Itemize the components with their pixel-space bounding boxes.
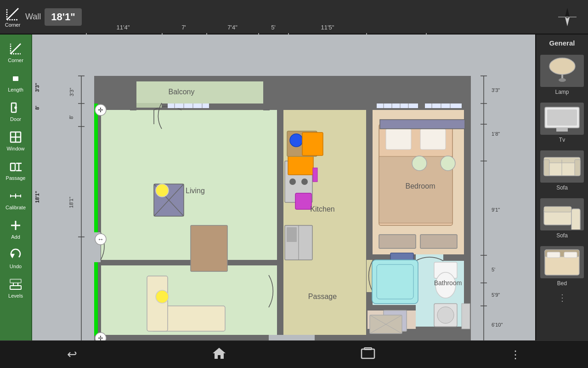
home-button[interactable] xyxy=(203,343,236,366)
svg-point-97 xyxy=(301,178,308,185)
svg-rect-70 xyxy=(416,254,443,261)
svg-rect-106 xyxy=(295,193,311,209)
top-bar: Corner Wall 18'1" 11'4" 7' 7'4" 5' 11'5" xyxy=(0,0,588,34)
back-button[interactable]: ↩ xyxy=(58,344,86,365)
compass-icon xyxy=(556,6,579,29)
sidebar-item-add[interactable]: Add xyxy=(1,215,31,243)
svg-rect-46 xyxy=(101,104,278,336)
svg-point-180 xyxy=(549,58,575,75)
corner-tool[interactable]: Corner xyxy=(5,6,21,28)
furniture-item-lamp[interactable]: Lamp xyxy=(538,53,586,97)
svg-point-92 xyxy=(156,290,169,303)
kitchen-label: Kitchen xyxy=(310,205,334,213)
svg-rect-184 xyxy=(547,109,577,126)
svg-rect-196 xyxy=(547,252,560,258)
balcony-label: Balcony xyxy=(169,88,195,96)
floor-plan-svg[interactable]: Balcony Living Kitchen Bedroom Bathroom … xyxy=(48,51,517,340)
levels-tool-label: Levels xyxy=(8,293,23,299)
right-sidebar: General Lamp Tv xyxy=(535,34,588,340)
wall-label: Wall xyxy=(25,12,41,22)
svg-line-19 xyxy=(11,44,21,54)
svg-rect-71 xyxy=(168,104,209,108)
more-button[interactable]: ⋮ xyxy=(501,345,530,365)
svg-rect-109 xyxy=(420,129,446,150)
svg-rect-65 xyxy=(94,104,98,336)
svg-rect-22 xyxy=(12,76,19,81)
svg-rect-41 xyxy=(10,279,21,283)
more-furniture-indicator: ⋮ xyxy=(558,292,567,303)
svg-rect-53 xyxy=(366,104,373,336)
svg-text:9'1": 9'1" xyxy=(492,207,500,213)
svg-rect-197 xyxy=(564,252,577,258)
sidebar-item-passage[interactable]: Passage xyxy=(1,156,31,184)
svg-text:1'8": 1'8" xyxy=(492,131,500,137)
sofa2-label: Sofa xyxy=(556,232,568,239)
svg-rect-52 xyxy=(277,104,283,336)
svg-rect-102 xyxy=(287,227,297,242)
furniture-item-bed[interactable]: Bed xyxy=(538,244,586,288)
svg-rect-67 xyxy=(136,103,162,108)
tv-label: Tv xyxy=(559,137,565,143)
furniture-item-tv[interactable]: Tv xyxy=(538,101,586,145)
passage-tool-label: Passage xyxy=(6,175,26,181)
svg-point-96 xyxy=(289,178,296,185)
add-tool-label: Add xyxy=(11,234,20,240)
sidebar-item-length[interactable]: Length xyxy=(1,68,31,96)
svg-rect-86 xyxy=(147,276,168,331)
corner-handle-bl: ✛ xyxy=(95,333,106,340)
bathroom-label: Bathroom xyxy=(434,279,462,287)
svg-rect-114 xyxy=(379,235,416,248)
sidebar-item-levels[interactable]: Levels xyxy=(1,274,31,302)
sidebar-item-undo[interactable]: Undo xyxy=(1,244,31,273)
sidebar-item-window[interactable]: Window xyxy=(1,126,31,155)
svg-text:6'10": 6'10" xyxy=(492,322,503,328)
corner-label: Corner xyxy=(5,22,21,28)
svg-marker-16 xyxy=(565,8,570,17)
svg-line-0 xyxy=(7,8,18,20)
sidebar-item-door[interactable]: Door xyxy=(1,97,31,126)
svg-rect-40 xyxy=(10,286,21,289)
corner-handle-mid: ↔ xyxy=(95,234,106,245)
svg-rect-29 xyxy=(11,163,15,171)
svg-rect-188 xyxy=(544,160,549,176)
window-tool-label: Window xyxy=(6,146,24,151)
wall-value: 18'1" xyxy=(45,8,81,26)
svg-text:7'4": 7'4" xyxy=(227,24,237,31)
svg-text:11'5": 11'5" xyxy=(321,24,334,31)
passage-label: Passage xyxy=(308,293,337,300)
canvas-area[interactable]: 3'3" 8' 18'1" 3'3" 1'8" 9'1" 5' 5'9" 6'1… xyxy=(32,34,535,340)
main-area: Corner Length Door Window xyxy=(0,34,588,340)
svg-text:3'3": 3'3" xyxy=(69,88,74,96)
svg-rect-76 xyxy=(377,104,418,108)
svg-text:8': 8' xyxy=(68,115,74,119)
svg-text:3'3": 3'3" xyxy=(492,87,500,93)
svg-point-104 xyxy=(290,134,303,147)
calibrate-tool-label: Calibrate xyxy=(6,205,26,210)
svg-rect-59 xyxy=(130,76,266,81)
svg-rect-189 xyxy=(575,160,580,176)
door-tool-label: Door xyxy=(10,116,21,122)
sidebar-item-corner[interactable]: Corner xyxy=(1,38,31,67)
recent-button[interactable] xyxy=(351,343,384,366)
bedroom-label: Bedroom xyxy=(406,182,435,190)
svg-rect-63 xyxy=(464,76,471,340)
dim-left-8: 8' xyxy=(34,106,40,110)
svg-text:↔: ↔ xyxy=(97,236,104,243)
bed-label: Bed xyxy=(557,280,567,287)
svg-rect-126 xyxy=(462,304,470,329)
svg-rect-105 xyxy=(302,132,323,155)
svg-text:✛: ✛ xyxy=(98,106,103,114)
svg-point-122 xyxy=(437,307,454,323)
svg-text:11'4": 11'4" xyxy=(116,24,130,31)
svg-rect-192 xyxy=(544,207,571,212)
top-measurements: 11'4" 7' 7'4" 5' 11'5" xyxy=(82,16,556,18)
sidebar-item-calibrate[interactable]: Calibrate xyxy=(1,185,31,214)
svg-point-91 xyxy=(156,184,169,197)
furniture-item-sofa1[interactable]: Sofa xyxy=(538,149,586,193)
sofa1-label: Sofa xyxy=(556,184,568,191)
living-label: Living xyxy=(186,187,205,195)
svg-point-25 xyxy=(15,107,17,109)
bottom-nav: ↩ ⋮ xyxy=(0,340,588,368)
svg-point-111 xyxy=(412,156,427,171)
furniture-item-sofa2[interactable]: Sofa xyxy=(538,196,586,241)
